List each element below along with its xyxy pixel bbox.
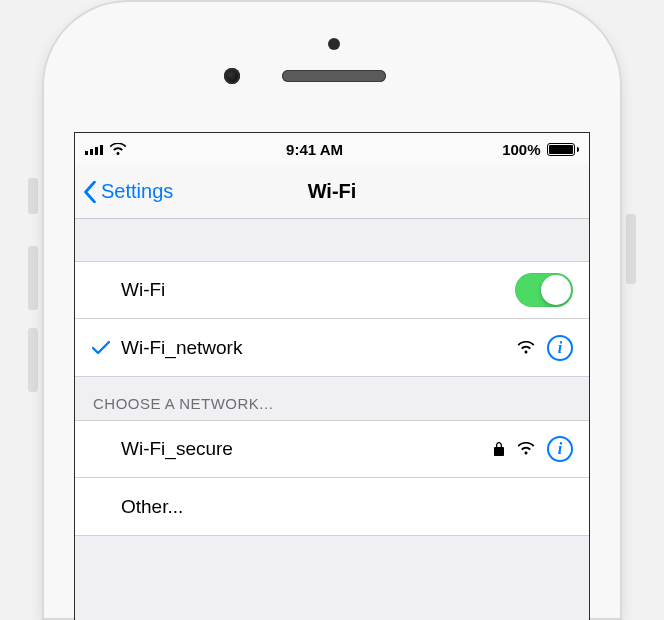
wifi-signal-icon	[517, 442, 535, 456]
checkmark-icon	[89, 340, 113, 356]
wifi-toggle-label: Wi-Fi	[121, 279, 515, 301]
battery-icon	[547, 143, 580, 156]
power-button	[626, 214, 636, 284]
chevron-left-icon	[83, 181, 97, 203]
connected-network-name: Wi-Fi_network	[121, 337, 517, 359]
bezel-top	[42, 30, 622, 148]
volume-up-button	[28, 246, 38, 310]
status-time: 9:41 AM	[286, 141, 343, 158]
choose-network-header: CHOOSE A NETWORK...	[75, 377, 589, 420]
wifi-status-icon	[109, 143, 127, 156]
network-name: Wi-Fi_secure	[121, 438, 493, 460]
lock-icon	[493, 441, 505, 457]
connected-network-row[interactable]: Wi-Fi_network i	[75, 319, 589, 377]
screen: 9:41 AM 100% Settings Wi-Fi Wi-Fi	[74, 132, 590, 620]
network-row[interactable]: Wi-Fi_secure i	[75, 420, 589, 478]
proximity-sensor	[328, 38, 340, 50]
wifi-toggle[interactable]	[515, 273, 573, 307]
back-label: Settings	[101, 180, 173, 203]
other-network-label: Other...	[121, 496, 573, 518]
mute-switch	[28, 178, 38, 214]
wifi-toggle-row: Wi-Fi	[75, 261, 589, 319]
back-button[interactable]: Settings	[75, 180, 173, 203]
earpiece-speaker	[282, 70, 386, 82]
other-network-row[interactable]: Other...	[75, 478, 589, 536]
content-area: Wi-Fi Wi-Fi_network i	[75, 219, 589, 620]
info-icon[interactable]: i	[547, 436, 573, 462]
battery-percentage: 100%	[502, 141, 540, 158]
cellular-signal-icon	[85, 143, 103, 155]
navigation-bar: Settings Wi-Fi	[75, 165, 589, 219]
device-frame: 9:41 AM 100% Settings Wi-Fi Wi-Fi	[42, 0, 622, 620]
wifi-signal-icon	[517, 341, 535, 355]
volume-down-button	[28, 328, 38, 392]
front-camera	[224, 68, 240, 84]
status-bar: 9:41 AM 100%	[75, 133, 589, 165]
info-icon[interactable]: i	[547, 335, 573, 361]
